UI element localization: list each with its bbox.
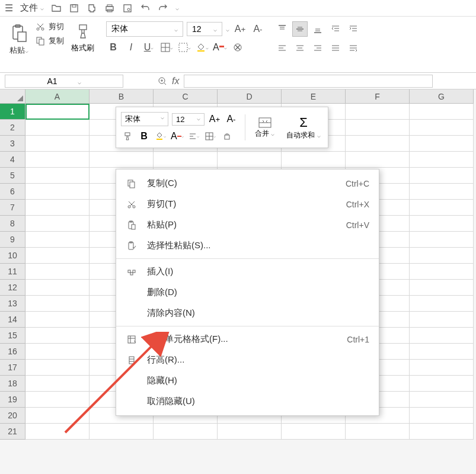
align-center-button[interactable] — [292, 40, 308, 56]
font-color-button[interactable]: A⌵ — [213, 40, 227, 55]
row-header[interactable]: 15 — [0, 328, 25, 344]
save-icon[interactable] — [69, 3, 79, 14]
column-header[interactable]: G — [410, 89, 474, 104]
increase-indent-button[interactable] — [346, 21, 361, 37]
cell[interactable] — [90, 424, 154, 440]
cell[interactable] — [25, 152, 90, 168]
cell[interactable] — [410, 200, 474, 216]
distribute-button[interactable] — [346, 40, 361, 56]
hamburger-icon[interactable]: ☰ — [5, 2, 13, 14]
row-header[interactable]: 8 — [0, 216, 25, 232]
cell[interactable] — [410, 408, 474, 424]
font-size-select[interactable]: 12⌵ — [187, 22, 222, 36]
open-icon[interactable] — [51, 3, 62, 14]
cell[interactable] — [25, 248, 90, 264]
cell[interactable] — [346, 136, 410, 152]
cell[interactable] — [25, 232, 90, 248]
border-button[interactable]: ⌵ — [159, 40, 174, 55]
align-bottom-button[interactable] — [310, 21, 325, 37]
mini-clear-button[interactable] — [221, 130, 234, 143]
mini-border-button[interactable]: ⌵ — [204, 130, 217, 143]
mini-font-select[interactable]: 宋体⌵ — [121, 112, 168, 126]
row-header[interactable]: 1 — [0, 104, 25, 120]
row-header[interactable]: 10 — [0, 248, 25, 264]
mini-decrease-font-icon[interactable]: A- — [225, 113, 238, 126]
mini-fill-color-button[interactable]: ⌵ — [154, 130, 167, 143]
border-style-button[interactable]: ⌵ — [177, 40, 191, 55]
mini-merge-button[interactable]: 合并 ⌵ — [253, 114, 277, 141]
context-menu-item[interactable]: 选择性粘贴(S)... — [116, 235, 379, 256]
cell[interactable] — [25, 376, 90, 392]
paste-button[interactable]: 粘贴 ⌵ — [7, 21, 31, 58]
context-menu-item[interactable]: 取消隐藏(U) — [116, 391, 379, 412]
cell[interactable] — [410, 216, 474, 232]
cell[interactable] — [25, 184, 90, 200]
cell[interactable] — [410, 424, 474, 440]
cell[interactable] — [282, 152, 346, 168]
align-right-button[interactable] — [310, 40, 325, 56]
cell[interactable] — [25, 168, 90, 184]
cell[interactable] — [25, 344, 90, 360]
cell[interactable] — [410, 104, 474, 120]
context-menu-item[interactable]: 插入(I) — [116, 261, 379, 282]
fx-icon[interactable]: fx — [172, 76, 179, 87]
column-header[interactable]: D — [218, 89, 282, 104]
context-menu-item[interactable]: 行高(R)... — [116, 350, 379, 370]
cell[interactable] — [25, 312, 90, 328]
cell[interactable] — [282, 424, 346, 440]
font-name-select[interactable]: 宋体⌵ — [106, 21, 183, 37]
align-top-button[interactable] — [274, 21, 290, 37]
cell[interactable] — [410, 392, 474, 408]
formula-input[interactable] — [184, 75, 433, 88]
context-menu-item[interactable]: 清除内容(N) — [116, 303, 379, 324]
row-header[interactable]: 2 — [0, 120, 25, 136]
cell[interactable] — [25, 280, 90, 296]
row-header[interactable]: 11 — [0, 264, 25, 280]
mini-increase-font-icon[interactable]: A+ — [208, 113, 221, 126]
cell[interactable] — [25, 408, 90, 424]
column-header[interactable]: A — [25, 89, 90, 104]
print-icon[interactable] — [104, 3, 115, 14]
zoom-icon[interactable] — [158, 76, 167, 86]
row-header[interactable]: 7 — [0, 200, 25, 216]
cell[interactable] — [154, 424, 218, 440]
cell[interactable] — [410, 360, 474, 376]
cell[interactable] — [410, 344, 474, 360]
cell[interactable] — [410, 280, 474, 296]
column-header[interactable]: F — [346, 89, 410, 104]
row-header[interactable]: 13 — [0, 296, 25, 312]
cell[interactable] — [25, 216, 90, 232]
select-all-corner[interactable] — [0, 89, 25, 104]
cell[interactable] — [25, 360, 90, 376]
cell[interactable] — [25, 120, 90, 136]
cell-reference-box[interactable]: A1 ⌵ — [5, 75, 123, 88]
column-header[interactable]: B — [90, 89, 154, 104]
underline-button[interactable]: U⌵ — [142, 40, 156, 55]
row-header[interactable]: 19 — [0, 392, 25, 408]
bold-button[interactable]: B — [106, 40, 120, 55]
increase-font-icon[interactable]: A+ — [233, 22, 247, 36]
context-menu-item[interactable]: 复制(C)Ctrl+C — [116, 173, 379, 194]
format-painter-button[interactable]: 格式刷 — [69, 21, 97, 56]
row-header[interactable]: 21 — [0, 424, 25, 440]
context-menu-item[interactable]: 删除(D) — [116, 282, 379, 303]
cell[interactable] — [346, 152, 410, 168]
cell[interactable] — [25, 296, 90, 312]
row-header[interactable]: 14 — [0, 312, 25, 328]
redo-icon[interactable] — [158, 3, 168, 14]
cell[interactable] — [25, 104, 90, 120]
context-menu-item[interactable]: 设置单元格格式(F)...Ctrl+1 — [116, 329, 379, 350]
cell[interactable] — [410, 312, 474, 328]
file-menu[interactable]: 文件 ⌵ — [20, 2, 44, 14]
more-dropdown-icon[interactable]: ⌵ — [175, 5, 179, 11]
row-header[interactable]: 20 — [0, 408, 25, 424]
cell[interactable] — [410, 184, 474, 200]
cell[interactable] — [25, 200, 90, 216]
mini-font-color-button[interactable]: A⌵ — [171, 130, 184, 143]
row-header[interactable]: 9 — [0, 232, 25, 248]
cell[interactable] — [410, 248, 474, 264]
mini-autosum-button[interactable]: Σ 自动求和 ⌵ — [284, 113, 322, 143]
cell[interactable] — [410, 376, 474, 392]
mini-size-select[interactable]: 12⌵ — [172, 113, 205, 126]
cell[interactable] — [218, 152, 282, 168]
